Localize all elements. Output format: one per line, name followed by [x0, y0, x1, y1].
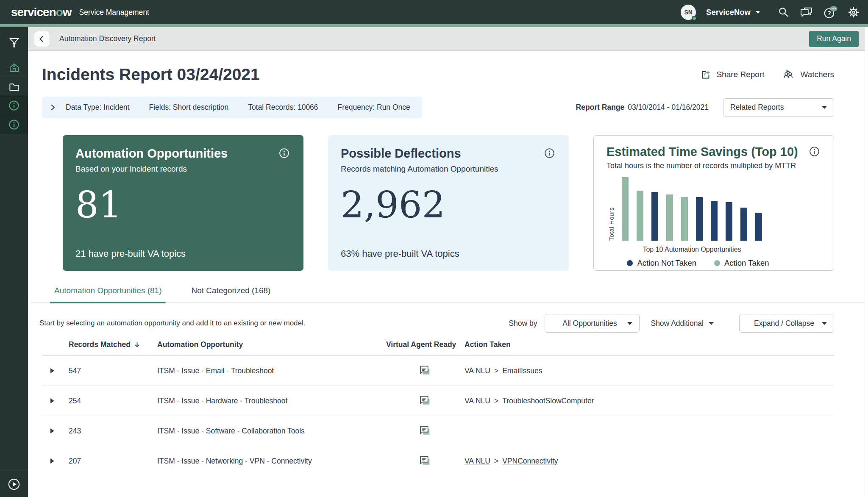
column-action-taken: Action Taken — [465, 340, 834, 349]
expand-collapse-dropdown[interactable]: Expand / Collapse — [739, 314, 834, 333]
back-button[interactable] — [34, 31, 50, 47]
topic-link[interactable]: TroubleshootSlowComputer — [502, 397, 594, 405]
bar — [637, 191, 643, 241]
card-subtitle: Records matching Automation Opportunitie… — [341, 164, 498, 174]
sidebar-item-info-2[interactable] — [0, 115, 28, 134]
run-again-button[interactable]: Run Again — [809, 31, 859, 47]
chevron-down-icon — [822, 106, 827, 109]
left-sidebar — [0, 27, 28, 497]
logo-text: servicen — [11, 6, 56, 19]
report-range-label: Report Range — [576, 103, 625, 111]
table-header: Records Matched Automation Opportunity V… — [42, 340, 834, 356]
sidebar-item-play[interactable] — [0, 471, 28, 497]
table-row: 254 ITSM - Issue - Hardware - Troublesho… — [42, 386, 834, 416]
records-matched-value: 207 — [69, 457, 157, 466]
logo-o-accent: o — [56, 6, 63, 19]
chevron-down-icon — [822, 322, 827, 325]
row-expander-icon[interactable] — [50, 398, 54, 403]
sidebar-item-folder[interactable] — [0, 77, 28, 96]
action-taken-cell: VA NLU>TroubleshootSlowComputer — [465, 397, 834, 405]
sidebar-item-filter[interactable] — [0, 27, 28, 58]
row-expander-icon[interactable] — [50, 428, 54, 433]
info-circle-icon[interactable] — [543, 147, 556, 161]
chart-x-axis-label: Top 10 Automation Opportunities — [622, 246, 762, 253]
report-range: Report Range03/10/2014 - 01/16/2021 — [576, 103, 709, 112]
tab-not-categorized[interactable]: Not Categorized (168) — [187, 283, 275, 303]
chat-icon[interactable] — [800, 7, 813, 18]
bar — [740, 208, 747, 241]
row-expander-icon[interactable] — [50, 368, 54, 373]
info-circle-icon[interactable] — [278, 147, 291, 161]
column-automation-opportunity: Automation Opportunity — [157, 340, 386, 349]
table-row: 207 ITSM - Issue - Networking - VPN - Co… — [42, 446, 834, 476]
bar — [711, 201, 718, 241]
main-content: Incidents Report 03/24/2021 Share Report — [28, 51, 865, 497]
records-matched-value: 547 — [69, 367, 157, 375]
va-nlu-link[interactable]: VA NLU — [465, 457, 490, 465]
column-records-matched[interactable]: Records Matched — [69, 340, 157, 349]
share-report-button[interactable]: Share Report — [701, 69, 764, 80]
product-name: Service Management — [79, 8, 149, 17]
bar — [726, 202, 732, 241]
selection-hint: Start by selecting an automation opportu… — [39, 319, 306, 328]
opportunity-name: ITSM - Issue - Networking - VPN - Connec… — [157, 457, 386, 466]
info-icon — [8, 100, 20, 111]
watchers-button[interactable]: Watchers — [783, 69, 834, 81]
presence-dot — [692, 16, 697, 21]
bar — [755, 213, 762, 241]
topic-link[interactable]: VPNConnectivity — [502, 457, 558, 465]
time-savings-card: Estimated Time Savings (Top 10) Total ho… — [593, 135, 834, 271]
sidebar-item-info-1[interactable] — [0, 96, 28, 115]
sidebar-item-home[interactable] — [0, 58, 28, 77]
expand-meta-button[interactable] — [49, 104, 56, 111]
user-menu[interactable]: ServiceNow — [706, 8, 760, 17]
card-title: Estimated Time Savings (Top 10) — [606, 145, 798, 159]
chevron-right-icon — [49, 104, 56, 111]
meta-fields: Fields: Short description — [149, 103, 228, 112]
action-taken-cell: VA NLU>VPNConnectivity — [465, 457, 834, 466]
show-by-value: All Opportunities — [562, 319, 617, 328]
bar — [696, 197, 703, 241]
va-nlu-link[interactable]: VA NLU — [465, 397, 490, 405]
action-taken-cell: VA NLU>EmailIssues — [465, 367, 834, 375]
avatar-initials: SN — [684, 9, 692, 16]
show-additional-dropdown[interactable]: Show Additional — [651, 319, 714, 328]
svg-text:?: ? — [827, 10, 831, 17]
vertical-scrollbar[interactable] — [865, 27, 868, 497]
show-by-dropdown[interactable]: All Opportunities — [545, 314, 640, 333]
chevron-down-icon — [627, 322, 632, 325]
topic-link[interactable]: EmailIssues — [502, 367, 542, 375]
card-footer: 21 have pre-built VA topics — [75, 248, 291, 259]
info-circle-icon[interactable] — [808, 145, 821, 160]
sort-arrow-down-icon — [134, 341, 140, 348]
virtual-agent-ready-icon — [386, 395, 465, 407]
action-separator: > — [494, 367, 498, 375]
legend-item-action-not-taken: Action Not Taken — [627, 258, 696, 268]
report-meta-strip: Data Type: Incident Fields: Short descri… — [42, 97, 422, 118]
virtual-agent-ready-icon — [386, 425, 465, 437]
help-icon[interactable]: ? — [823, 6, 837, 19]
tab-automation-opportunities[interactable]: Automation Opportunities (81) — [50, 283, 166, 303]
related-reports-dropdown[interactable]: Related Reports — [723, 98, 834, 117]
opportunity-name: ITSM - Issue - Email - Troubleshoot — [157, 367, 386, 375]
meta-data-type: Data Type: Incident — [66, 103, 129, 112]
settings-gear-icon[interactable] — [848, 6, 860, 18]
search-icon[interactable] — [778, 6, 790, 18]
page-title: Incidents Report 03/24/2021 — [42, 65, 260, 84]
virtual-agent-ready-icon — [386, 455, 465, 467]
report-range-value: 03/10/2014 - 01/16/2021 — [628, 103, 709, 111]
card-title: Automation Opportunities — [75, 147, 228, 161]
card-subtitle: Total hours is the number of records mul… — [606, 161, 798, 170]
card-subtitle: Based on your Incident records — [75, 164, 228, 174]
servicenow-logo[interactable]: servicenow — [11, 6, 72, 19]
possible-deflections-card: Possible Deflections Records matching Au… — [328, 135, 569, 271]
column-virtual-agent-ready: Virtual Agent Ready — [386, 340, 465, 349]
avatar[interactable]: SN — [681, 5, 696, 20]
card-title: Possible Deflections — [341, 147, 498, 161]
bar — [651, 192, 658, 241]
row-expander-icon[interactable] — [50, 458, 54, 464]
chevron-left-icon — [37, 34, 47, 44]
va-nlu-link[interactable]: VA NLU — [465, 367, 490, 375]
show-additional-label: Show Additional — [651, 319, 704, 328]
legend-dot — [714, 260, 720, 266]
